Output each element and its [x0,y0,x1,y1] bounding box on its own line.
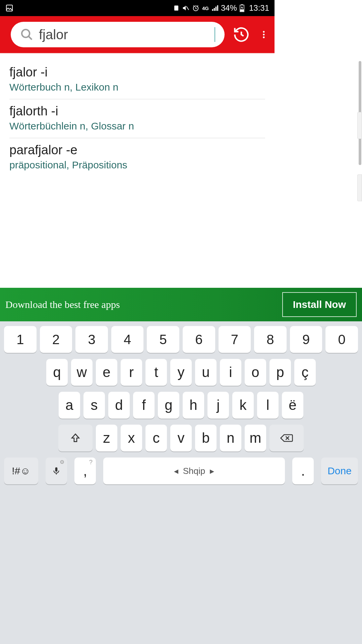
search-box[interactable] [11,22,225,47]
key-n[interactable]: n [220,425,241,451]
svg-point-9 [263,31,264,33]
mute-icon [182,4,189,12]
key-a[interactable]: a [59,392,80,419]
svg-point-10 [263,34,264,35]
key-4[interactable]: 4 [111,326,144,353]
text-cursor [215,27,215,42]
key-5[interactable]: 5 [147,326,179,353]
key-i[interactable]: i [220,359,241,386]
key-q[interactable]: q [46,359,68,386]
chevron-left-icon: ◂ [174,466,178,476]
result-term: fjalorth -i [9,104,265,118]
key-7[interactable]: 7 [219,326,251,353]
svg-rect-0 [6,5,12,11]
key-l[interactable]: l [257,392,275,419]
key-6[interactable]: 6 [183,326,215,353]
key-b[interactable]: b [195,425,217,451]
app-header [0,16,275,53]
search-results: fjalor -i Wörterbuch n, Lexikon n fjalor… [0,54,275,177]
key-1[interactable]: 1 [4,326,37,353]
key-t[interactable]: t [145,359,167,386]
result-definition: Wörterbüchlein n, Glossar n [9,120,265,132]
key-3[interactable]: 3 [75,326,108,353]
key-x[interactable]: x [121,425,142,451]
key-k[interactable]: k [232,392,254,419]
key-r[interactable]: r [121,359,142,386]
sync-icon [173,5,179,11]
svg-rect-6 [240,9,244,11]
key-s[interactable]: s [83,392,105,419]
key-shift[interactable] [58,425,93,451]
search-icon [20,28,34,41]
key-o[interactable]: o [245,359,266,386]
svg-rect-14 [55,467,58,472]
result-item[interactable]: fjalor -i Wörterbuch n, Lexikon n [9,60,265,99]
svg-line-2 [186,6,189,10]
search-input[interactable] [39,27,208,42]
chevron-right-icon: ▸ [210,466,214,476]
ad-text: Download the best free apps [5,299,275,310]
svg-line-8 [28,36,32,40]
key-c[interactable]: c [145,425,167,451]
result-definition: Wörterbuch n, Lexikon n [9,82,265,93]
svg-point-7 [22,30,29,37]
key-f[interactable]: f [133,392,155,419]
network-type: 4G [202,5,209,11]
gallery-icon [5,4,13,12]
key-mic[interactable]: ⚙ [46,458,67,484]
key-p[interactable]: p [269,359,275,386]
svg-rect-5 [241,4,243,5]
history-button[interactable] [233,25,250,44]
key-m[interactable]: m [245,425,266,451]
result-item[interactable]: fjalorth -i Wörterbüchlein n, Glossar n [9,99,265,138]
alarm-icon [192,4,199,12]
key-g[interactable]: g [158,392,179,419]
key-z[interactable]: z [96,425,117,451]
keyboard-language: Shqip [183,466,205,476]
ad-banner[interactable]: Download the best free apps Install Now [0,288,275,321]
svg-point-11 [263,37,264,38]
key-hint: ? [89,459,93,466]
key-2[interactable]: 2 [40,326,72,353]
result-term: fjalor -i [9,65,265,79]
status-bar: 4G 34% 13:31 [0,0,275,16]
soft-keyboard: 1 2 3 4 5 6 7 8 9 0 q w e r t y u i o p … [0,321,275,488]
key-e[interactable]: e [96,359,117,386]
key-h[interactable]: h [183,392,204,419]
battery-percent: 34% [221,3,237,13]
signal-icon [212,5,218,11]
key-j[interactable]: j [207,392,229,419]
svg-rect-1 [174,6,178,11]
clock-time: 13:31 [249,3,269,13]
battery-icon [240,4,244,12]
key-y[interactable]: y [170,359,192,386]
key-symbols[interactable]: !#☺ [4,458,38,484]
more-button[interactable] [258,25,269,44]
key-d[interactable]: d [108,392,130,419]
result-item[interactable]: parafjalor -e präpositional, Präposition… [9,138,265,177]
key-comma[interactable]: ? , [74,458,96,484]
key-u[interactable]: u [195,359,217,386]
result-term: parafjalor -e [9,143,265,157]
key-w[interactable]: w [71,359,93,386]
key-space[interactable]: ◂ Shqip ▸ [103,458,275,484]
key-backspace[interactable] [269,425,275,451]
key-8[interactable]: 8 [254,326,275,353]
gear-icon: ⚙ [60,459,64,465]
result-definition: präpositional, Präpositions [9,159,265,171]
key-v[interactable]: v [170,425,192,451]
